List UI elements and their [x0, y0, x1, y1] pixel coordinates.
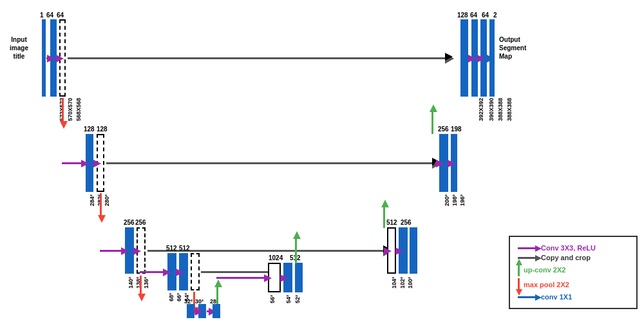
- label-140sq: 140²: [128, 277, 134, 289]
- label-52sq: 52²: [294, 295, 301, 303]
- label-284sq: 284²: [89, 194, 95, 206]
- label-388x388-b: 388X388: [506, 98, 513, 121]
- label-56sq: 56²: [269, 295, 276, 303]
- block-128-out: [460, 19, 468, 97]
- arrow-conv-bottom2: [207, 310, 211, 312]
- label-64b: 64: [57, 12, 64, 19]
- label-200sq: 200²: [444, 194, 450, 206]
- arrow-conv-r3a: [100, 250, 124, 252]
- arrow-conv-r5a: [216, 277, 267, 279]
- label-68sq: 68²: [168, 293, 175, 301]
- upconv-r5: [295, 236, 297, 263]
- label-30sq: 30²: [195, 298, 204, 305]
- block-28sq: [213, 304, 220, 318]
- label-256-r3a: 256: [124, 219, 135, 226]
- maxpool-r2: [100, 193, 102, 218]
- label-256-out-r3: 256: [401, 219, 412, 226]
- legend-item-upconv: up-conv 2X2: [518, 263, 629, 276]
- label-128-r2b: 128: [97, 126, 108, 133]
- input-label: Inputimagetitle: [1, 35, 37, 61]
- label-512-r4a: 512: [166, 245, 177, 252]
- diagram-canvas: Inputimagetitle 1 64 64 572X572 570X570 …: [0, 0, 644, 322]
- block-512-dec2: [295, 263, 303, 292]
- legend-item-conv1x1: conv 1X1: [518, 293, 629, 301]
- arrow-conv-r1a: [46, 57, 50, 59]
- label-568x568: 568X568: [75, 98, 82, 121]
- upconv-r2: [431, 109, 433, 134]
- label-66sq: 66²: [176, 293, 182, 301]
- legend-arrow-conv1x1: [518, 296, 537, 298]
- label-512-out-r3: 512: [386, 219, 397, 226]
- legend-label-copy: Copy and crop: [541, 254, 591, 261]
- arrow-conv-out2b: [447, 162, 450, 164]
- legend-arrow-upconv: [518, 263, 520, 276]
- arrow-conv-r3b: [133, 250, 136, 252]
- arrow-conv-r4b: [176, 271, 178, 273]
- label-128-out: 128: [457, 12, 468, 19]
- arrow-conv-r2a: [62, 162, 84, 164]
- arrow-conv-r2b: [93, 162, 96, 164]
- label-388x388-a: 388X388: [497, 98, 504, 121]
- arrow-conv-r4a: [140, 271, 166, 273]
- arrow-conv-out3b: [395, 250, 398, 252]
- block-512-r4c: [191, 253, 200, 290]
- label-1: 1: [40, 12, 44, 19]
- label-512-r4b: 512: [179, 245, 190, 252]
- label-198sq: 198²: [451, 194, 458, 206]
- upconv-bottom: [216, 285, 218, 304]
- arrow-conv-out3a: [384, 250, 386, 252]
- label-198-out-r2: 198: [451, 126, 462, 133]
- block-256-out-r3b: [410, 227, 417, 274]
- legend-label-conv: Conv 3X3, ReLU: [541, 244, 596, 252]
- legend-arrow-maxpool: [518, 278, 520, 291]
- label-64-out-b: 64: [482, 12, 489, 19]
- label-32sq: 32²: [184, 298, 193, 305]
- arrow-conv-r1b: [57, 57, 59, 59]
- label-100sq: 100²: [407, 277, 413, 289]
- label-64a: 64: [46, 12, 53, 19]
- label-64-out-a: 64: [470, 12, 477, 19]
- arrow-conv-bottom: [193, 310, 198, 312]
- label-196sq: 196²: [459, 194, 466, 206]
- upconv-r3: [383, 205, 385, 228]
- output-label: OutputSegmentMap: [499, 35, 538, 61]
- label-54sq: 54²: [285, 295, 292, 303]
- label-136sq: 136²: [143, 277, 149, 289]
- label-392x392: 392X392: [478, 98, 484, 121]
- arrow-conv-r5b: [280, 277, 283, 279]
- maxpool-r1: [62, 98, 64, 124]
- label-2-out: 2: [493, 12, 497, 19]
- label-280sq: 280²: [104, 194, 110, 206]
- copy-crop-r2: [106, 162, 435, 164]
- label-256-r3b: 256: [135, 219, 146, 226]
- block-input: [42, 19, 46, 97]
- label-570x570: 570X570: [67, 98, 73, 121]
- label-390x390: 390X390: [488, 98, 495, 121]
- legend-item-maxpool: max pool 2X2: [518, 278, 629, 291]
- label-1024: 1024: [269, 254, 283, 261]
- label-102sq: 102²: [399, 277, 406, 289]
- copy-crop-r4: [201, 271, 272, 273]
- label-256-out-r2: 256: [438, 126, 449, 133]
- legend-item-copy: Copy and crop: [518, 254, 629, 261]
- legend-item-conv: Conv 3X3, ReLU: [518, 244, 629, 252]
- legend-label-maxpool: max pool 2X2: [524, 281, 569, 289]
- arrow-conv-out2a: [435, 162, 439, 164]
- copy-crop-r1: [68, 57, 448, 59]
- maxpool-r3: [140, 276, 142, 296]
- legend: Conv 3X3, ReLU Copy and crop up-conv 2X2…: [509, 236, 638, 309]
- legend-label-conv1x1: conv 1X1: [541, 293, 572, 301]
- legend-arrow-conv: [518, 247, 537, 249]
- arrow-conv-out1a: [468, 57, 471, 59]
- label-128-r2a: 128: [84, 126, 95, 133]
- legend-label-upconv: up-conv 2X2: [524, 266, 565, 274]
- arrow-conv-out1b: [478, 57, 480, 59]
- arrow-conv1x1-r1: [487, 57, 489, 59]
- label-104sq: 104²: [391, 277, 397, 289]
